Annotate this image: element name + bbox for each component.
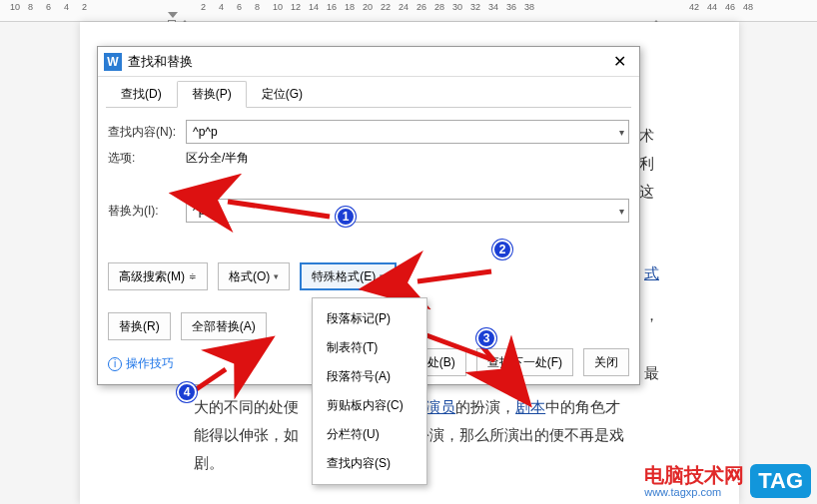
options-label: 选项: — [108, 150, 186, 167]
find-input[interactable]: ^p^p ▾ — [186, 120, 629, 144]
doc-frag-2a: 式 — [644, 259, 659, 287]
advanced-search-button[interactable]: 高级搜索(M)≑ — [108, 262, 208, 290]
options-value: 区分全/半角 — [186, 150, 249, 167]
ruler-number: 4 — [64, 2, 69, 12]
ruler-number: 36 — [506, 2, 516, 12]
ruler-number: 22 — [381, 2, 391, 12]
nav-button-row: 处(B) 查找下一处(F) 关闭 — [416, 348, 629, 376]
special-format-button[interactable]: 特殊格式(E)▾ — [300, 262, 397, 290]
ruler: // ruler will be drawn after data load 1… — [0, 0, 817, 22]
tab-replace[interactable]: 替换(P) — [177, 81, 247, 108]
ruler-number: 48 — [743, 2, 753, 12]
menu-find-content[interactable]: 查找内容(S) — [313, 449, 426, 478]
close-dialog-button[interactable]: 关闭 — [583, 348, 629, 376]
info-icon: i — [108, 357, 122, 371]
find-label: 查找内容(N): — [108, 124, 186, 141]
doc-link-actor[interactable]: 演员 — [425, 398, 455, 415]
ruler-number: 2 — [201, 2, 206, 12]
ruler-number: 8 — [255, 2, 260, 12]
ruler-number: 12 — [291, 2, 301, 12]
chevron-down-icon: ▾ — [619, 127, 624, 138]
tab-goto[interactable]: 定位(G) — [247, 81, 318, 108]
watermark-tag: TAG — [750, 464, 811, 498]
app-logo-icon: W — [104, 53, 122, 71]
format-button[interactable]: 格式(O)▾ — [218, 262, 290, 290]
ruler-number: 34 — [488, 2, 498, 12]
ruler-number: 24 — [399, 2, 408, 12]
chevron-down-icon: ▾ — [619, 206, 624, 217]
ruler-number: 44 — [707, 2, 717, 12]
ruler-number: 10 — [10, 2, 20, 12]
ruler-number: 16 — [327, 2, 337, 12]
watermark: 电脑技术网 www.tagxp.com TAG — [644, 464, 811, 498]
doc-frag-3: 最 — [644, 359, 659, 387]
watermark-brand: 电脑技术网 — [644, 465, 744, 486]
replace-all-button[interactable]: 全部替换(A) — [181, 312, 267, 340]
ruler-number: 42 — [689, 2, 699, 12]
ruler-number: 38 — [524, 2, 534, 12]
find-value: ^p^p — [193, 125, 218, 139]
ruler-number: 28 — [434, 2, 444, 12]
ruler-number: 30 — [452, 2, 462, 12]
ruler-number: 10 — [273, 2, 283, 12]
caret-down-icon: ▾ — [274, 271, 279, 281]
indent-marker-icon[interactable] — [168, 12, 178, 18]
close-button[interactable]: ✕ — [605, 52, 633, 72]
doc-fragment-right: 术 利 这 — [639, 122, 659, 206]
ruler-number: 4 — [219, 2, 224, 12]
menu-clipboard-content[interactable]: 剪贴板内容(C) — [313, 391, 426, 420]
doc-frag-2b: ， — [644, 301, 659, 329]
ruler-number: 14 — [309, 2, 319, 12]
ruler-number: 32 — [470, 2, 480, 12]
replace-input[interactable]: ^p ▾ — [186, 199, 629, 223]
ruler-number: 6 — [237, 2, 242, 12]
dialog-title: 查找和替换 — [128, 53, 605, 71]
ruler-number: 46 — [725, 2, 735, 12]
tips-link[interactable]: i 操作技巧 — [108, 355, 174, 372]
action-button-row: 替换(R) 全部替换(A) — [108, 312, 267, 340]
dialog-tabs: 查找(D) 替换(P) 定位(G) — [106, 81, 631, 108]
menu-paragraph-symbol[interactable]: 段落符号(A) — [313, 362, 426, 391]
watermark-url: www.tagxp.com — [644, 486, 744, 498]
tab-find[interactable]: 查找(D) — [106, 81, 177, 108]
ruler-number: 2 — [82, 2, 87, 12]
menu-paragraph-mark[interactable]: 段落标记(P) — [313, 304, 426, 333]
find-next-button[interactable]: 查找下一处(F) — [476, 348, 573, 376]
replace-label: 替换为(I): — [108, 203, 186, 220]
double-caret-icon: ≑ — [189, 271, 197, 281]
replace-value: ^p — [193, 204, 205, 218]
ruler-number: 26 — [416, 2, 426, 12]
ruler-number: 6 — [46, 2, 51, 12]
menu-column-break[interactable]: 分栏符(U) — [313, 420, 426, 449]
replace-button[interactable]: 替换(R) — [108, 312, 171, 340]
doc-link-script[interactable]: 剧本 — [515, 398, 545, 415]
dialog-body: 查找内容(N): ^p^p ▾ 选项: 区分全/半角 替换为(I): ^p ▾ … — [98, 108, 639, 290]
ruler-number: 20 — [363, 2, 373, 12]
menu-tab-char[interactable]: 制表符(T) — [313, 333, 426, 362]
caret-down-icon: ▾ — [380, 271, 385, 281]
option-button-row: 高级搜索(M)≑ 格式(O)▾ 特殊格式(E)▾ — [108, 262, 629, 290]
ruler-number: 8 — [28, 2, 33, 12]
ruler-number: 18 — [345, 2, 355, 12]
dialog-titlebar[interactable]: W 查找和替换 ✕ — [98, 47, 639, 77]
special-format-menu: 段落标记(P) 制表符(T) 段落符号(A) 剪贴板内容(C) 分栏符(U) 查… — [312, 297, 427, 485]
